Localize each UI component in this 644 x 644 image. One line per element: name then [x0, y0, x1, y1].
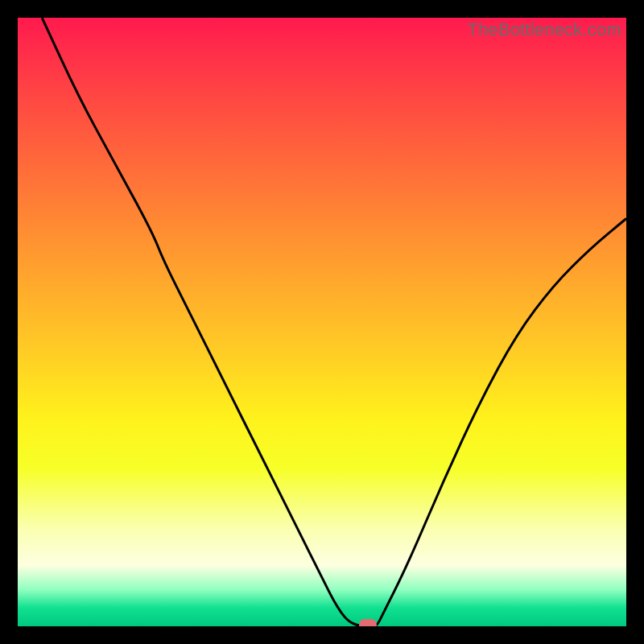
watermark-text: TheBottleneck.com [467, 19, 621, 40]
chart-plot-area: TheBottleneck.com [18, 18, 626, 626]
chart-stage: TheBottleneck.com [0, 0, 644, 644]
min-marker [359, 619, 377, 626]
curve-path [42, 18, 626, 626]
bottleneck-curve [18, 18, 626, 626]
